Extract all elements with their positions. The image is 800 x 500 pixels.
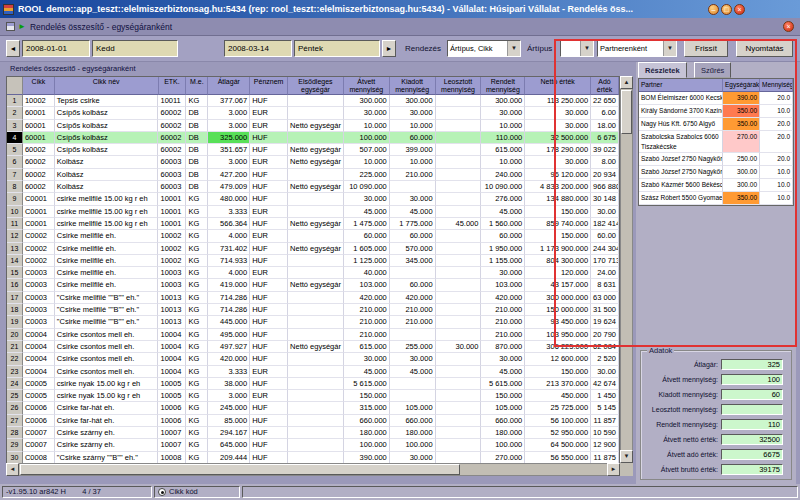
column-header[interactable]: Pénznem [250,77,288,95]
close-icon[interactable]: × [734,4,745,15]
chevron-down-icon[interactable]: ▼ [663,41,676,56]
partner-column-header[interactable]: Mennyiségek [760,79,793,92]
table-row[interactable]: 13C0002Csirke mellfilé eh.10002KG731.402… [7,243,619,255]
cell: 150.000 [525,230,591,242]
column-header[interactable]: Leosztott mennyiség [436,77,482,95]
tab-reszletek[interactable]: Részletek [638,62,687,78]
cell: 1 125.000 [344,255,390,267]
column-header[interactable]: M.e. [186,77,208,95]
table-row[interactable]: 25C0005csirke nyak 15.00 kg r eh10005KG3… [7,390,619,402]
scroll-up-icon[interactable]: ▲ [620,76,633,89]
column-header[interactable]: Cikk [23,77,55,95]
partner-row[interactable]: BOM Élelmiszer 6000 Kecskemét390.0020.0 [639,92,793,105]
vertical-scrollbar[interactable] [620,76,633,463]
cikk-kod-radio[interactable] [158,488,166,496]
table-row[interactable]: 21C0004Csirke csontos mell eh.10004KG497… [7,341,619,353]
chevron-down-icon[interactable]: ▼ [507,41,520,56]
cell: 60002 [158,144,186,156]
table-row[interactable]: 560002Csípős kolbász60002DB351.657HUFNet… [7,144,619,156]
partner-price-cell: 350.00 [723,118,760,131]
scroll-right-icon[interactable]: ► [607,463,620,476]
column-header[interactable]: Adó érték [591,77,619,95]
table-row[interactable]: 860002Kolbász60003DB479.009HUFNettó egys… [7,181,619,193]
cell: DB [186,156,208,168]
column-header[interactable]: Rendelt mennyiség [481,77,525,95]
minimize-icon[interactable]: – [708,4,719,15]
tab-szures[interactable]: Szűrés [694,62,731,78]
column-header[interactable]: Kiadott mennyiség [390,77,436,95]
table-row[interactable]: 29C0007Csirke szárny eh.10007KG645.000HU… [7,439,619,451]
adatok-row: Átvett mennyiség:100 [641,372,791,386]
tab-close-icon[interactable]: × [783,21,794,32]
partner-column-header[interactable]: Egységárak [723,79,760,92]
table-row[interactable]: 360001Csípős kolbász60002DB3.000EURNettó… [7,120,619,132]
cell: 150.000 [525,366,591,378]
table-row[interactable]: 20C0004Csirke csontos mell eh.10004KG495… [7,329,619,341]
row-number-cell: 15 [7,267,23,279]
partner-row[interactable]: Szabó József 2750 Nagykőrös250.0020.0 [639,153,793,166]
table-row[interactable]: 10C0001csirke mellfilé 15.00 kg r eh1000… [7,206,619,218]
table-row[interactable]: 260001Csípős kolbász60002DB3.000EUR30.00… [7,107,619,119]
price-type-combo[interactable]: ▼ [560,40,594,57]
table-row[interactable]: 26C0006Csirke far-hát eh.10006KG245.000H… [7,402,619,414]
partner-row[interactable]: Nagy Hús Kft. 6750 Algyő350.0020.0 [639,118,793,131]
cell [288,366,344,378]
scroll-down-icon[interactable]: ▼ [620,450,633,463]
cell: 32 500.000 [525,132,591,144]
table-row[interactable]: 14C0002Csirke mellfilé eh.10002KG714.933… [7,255,619,267]
scroll-left-icon[interactable]: ◄ [6,463,19,476]
prev-period-button[interactable]: ◄ [6,40,20,57]
adatok-label: Rendelt mennyiség: [641,421,721,428]
partner-column-header[interactable]: Partner [639,79,723,92]
cell: 351.657 [208,144,250,156]
table-row[interactable]: 110002Tepsis csirke10011KG377.067HUF300.… [7,95,619,107]
sort-combo[interactable]: Ártípus, Cikk ▼ [447,40,521,57]
column-header[interactable]: Elsődleges egységár [288,77,344,95]
table-row[interactable]: 19C0003"Csirke mellfilé ""B"" eh."10013K… [7,316,619,328]
table-row[interactable]: 460001Csípős kolbász60002DB325.000HUF100… [7,132,619,144]
table-row[interactable]: 9C0001csirke mellfilé 15.00 kg r eh10001… [7,193,619,205]
date-to-field[interactable]: 2008-03-14 [224,40,292,57]
column-header[interactable]: Cikk név [55,77,159,95]
horizontal-scroll-thumb[interactable] [20,464,460,475]
column-header[interactable]: Átvett mennyiség [344,77,390,95]
partner-row[interactable]: Király Sándorné 3700 Kazincbarcika350.00… [639,105,793,118]
column-header[interactable]: ETK. [159,77,187,95]
chevron-down-icon[interactable]: ▼ [580,41,593,56]
adatok-fields: Átlagár:325Átvett mennyiség:100Kiadott m… [641,357,791,476]
table-row[interactable]: 11C0001csirke mellfilé 15.00 kg r eh1000… [7,218,619,230]
table-row[interactable]: 18C0003"Csirke mellfilé ""B"" eh."10013K… [7,304,619,316]
print-button[interactable]: Nyomtatás [736,40,793,57]
partner-row[interactable]: Szabolcska Szabolcs 6060Tiszakécske270.0… [639,131,793,153]
table-row[interactable]: 760002Kolbász60003DB427.200HUF225.000210… [7,169,619,181]
vertical-scroll-thumb[interactable] [621,90,632,134]
table-row[interactable]: 23C0004Csirke csontos mell eh.10004KG3.3… [7,366,619,378]
column-header[interactable]: Átlagár [208,77,250,95]
cell: Csirke mellfilé eh. [55,279,159,291]
table-row[interactable]: 17C0003"Csirke mellfilé ""B"" eh."10013K… [7,292,619,304]
next-period-button[interactable]: ► [382,40,396,57]
partner-row[interactable]: Szabó József 2750 Nagykőrös300.0010.0 [639,166,793,179]
column-header[interactable]: Nettó érték [525,77,591,95]
table-row[interactable]: 15C0003Csirke mellfilé eh.10003KG4.000EU… [7,267,619,279]
partner-row[interactable]: Szabó Kázmér 5600 Békéscsaba300.0010.0 [639,179,793,192]
table-row[interactable]: 27C0006Csirke far-hát eh.10006KG85.000HU… [7,415,619,427]
table-row[interactable]: 12C0002Csirke mellfilé eh.10002KG4.000EU… [7,230,619,242]
partner-row[interactable]: Szász Róbert 5500 Gyomaendrőd350.0010.0 [639,192,793,205]
table-row[interactable]: 28C0007Csirke szárny eh.10007KG294.167HU… [7,427,619,439]
date-from-field[interactable]: 2008-01-01 [22,40,90,57]
refresh-button[interactable]: Frissít [684,40,728,57]
table-row[interactable]: 24C0005csirke nyak 15.00 kg r eh10005KG3… [7,378,619,390]
day-from-field[interactable]: Kedd [92,40,178,57]
cell [436,95,482,107]
table-row[interactable]: 22C0004Csirke csontos mell eh.10004KG420… [7,353,619,365]
play-icon: ► [18,22,26,31]
partner-mode-combo[interactable]: Partnerenként ▼ [597,40,677,57]
cell: 10003 [158,279,186,291]
maximize-icon[interactable]: □ [721,4,732,15]
table-row[interactable]: 660002Kolbász60003DB3.000EURNettó egység… [7,156,619,168]
day-to-field[interactable]: Péntek [294,40,380,57]
cell: KG [186,193,208,205]
partner-qty-cell: 20.0 [760,131,793,153]
table-row[interactable]: 16C0003Csirke mellfilé eh.10003KG419.000… [7,279,619,291]
